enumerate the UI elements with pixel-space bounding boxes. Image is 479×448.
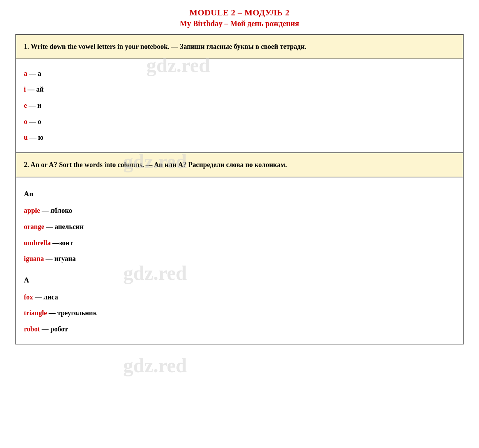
word-robot: robot — робот xyxy=(24,322,455,337)
watermark-4: gdz.red xyxy=(123,354,187,377)
task2-header-text: 2. An or A? Sort the words into columns.… xyxy=(24,161,287,169)
word-umbrella: umbrella —зонт xyxy=(24,236,455,251)
an-label: An xyxy=(24,186,455,202)
word-orange: orange — апельсин xyxy=(24,219,455,235)
task1-header: 1. Write down the vowel letters in your … xyxy=(16,35,463,59)
vowel-o: o — о xyxy=(24,114,455,130)
word-apple: apple — яблоко xyxy=(24,203,455,219)
module-title: MODULE 2 – МОДУЛЬ 2 xyxy=(15,8,464,18)
vowel-a: a — а xyxy=(24,66,455,82)
a-label: A xyxy=(24,272,455,288)
word-iguana: iguana — игуана xyxy=(24,251,455,267)
task1-content: a — а i — ай e — и o — о u — ю xyxy=(16,59,463,153)
vowel-e: e — и xyxy=(24,98,455,114)
word-fox: fox — лиса xyxy=(24,290,455,305)
word-triangle: triangle — треугольник xyxy=(24,306,455,321)
subtitle: My Birthday – Мой день рождения xyxy=(15,19,464,28)
main-content-table: 1. Write down the vowel letters in your … xyxy=(15,34,464,344)
vowel-i: i — ай xyxy=(24,82,455,97)
task2-header: 2. An or A? Sort the words into columns.… xyxy=(16,153,463,177)
task2-content: An apple — яблоко orange — апельсин umbr… xyxy=(16,177,463,344)
task1-header-text: 1. Write down the vowel letters in your … xyxy=(24,43,306,50)
vowel-u: u — ю xyxy=(24,130,455,145)
page-header: MODULE 2 – МОДУЛЬ 2 My Birthday – Мой де… xyxy=(15,8,464,28)
